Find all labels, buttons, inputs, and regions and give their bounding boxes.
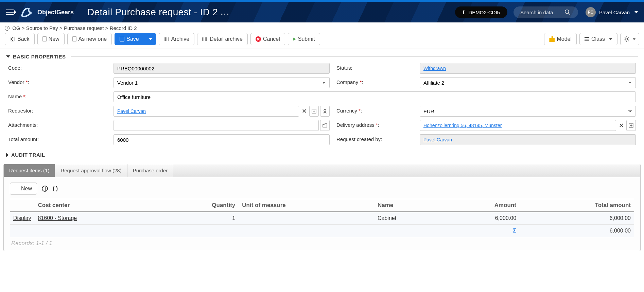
submit-button[interactable]: Submit — [288, 33, 320, 45]
browse-attachment[interactable] — [320, 120, 330, 131]
add-delivery[interactable] — [626, 120, 636, 131]
settings-button[interactable] — [620, 33, 639, 45]
delivery-field[interactable]: Hohenzollernring 56, 48145, Münster — [420, 120, 616, 131]
new-button[interactable]: New — [37, 33, 65, 45]
svg-point-0 — [565, 10, 569, 14]
clear-delivery[interactable]: ✕ — [617, 120, 625, 131]
requestor-link[interactable]: Pavel Carvan — [117, 108, 146, 114]
cell-name: Cabinet — [374, 212, 443, 225]
chevron-down-icon — [633, 38, 636, 40]
back-icon — [10, 36, 15, 42]
gear-icon — [624, 36, 629, 42]
hamburger-icon — [6, 10, 14, 15]
chevron-down-icon — [149, 38, 152, 40]
search-input[interactable] — [520, 10, 564, 15]
name-field[interactable] — [114, 91, 636, 102]
add-icon[interactable] — [42, 186, 48, 192]
chevron-down-icon — [609, 38, 612, 40]
power-icon — [5, 26, 10, 31]
section-basic-header[interactable]: BASIC PROPERTIES — [6, 54, 638, 59]
section-basic: BASIC PROPERTIES Code: Status: Withdrawn… — [0, 49, 644, 147]
menu-toggle[interactable] — [6, 10, 16, 15]
detail-tabs: Request items (1) Request approval flow … — [3, 164, 641, 251]
chevron-down-icon — [634, 11, 638, 13]
new-item-button[interactable]: New — [10, 183, 37, 195]
chevron-down-icon — [6, 55, 10, 58]
col-quantity[interactable]: Quantity — [157, 199, 239, 212]
tab-request-items[interactable]: Request items (1) — [4, 164, 55, 177]
svg-line-8 — [625, 37, 625, 38]
search-icon — [564, 9, 571, 15]
app-header: ObjectGears Detail Purchase request - ID… — [0, 0, 644, 22]
cost-center-link[interactable]: 81600 - Storage — [38, 215, 77, 221]
table-header-row: Cost center Quantity Unit of measure Nam… — [10, 199, 634, 212]
logo-icon — [20, 5, 35, 19]
company-select[interactable]: Affiliate 2 — [420, 77, 636, 88]
bc-record[interactable]: Record ID 2 — [110, 25, 137, 31]
status-field: Withdrawn — [420, 63, 636, 74]
detail-archive-button[interactable]: Detail archive — [197, 33, 248, 45]
items-table: Cost center Quantity Unit of measure Nam… — [10, 199, 634, 237]
status-link[interactable]: Withdrawn — [423, 66, 446, 71]
col-amount[interactable]: Amount — [443, 199, 520, 212]
code-field — [114, 63, 330, 74]
col-cost-center[interactable]: Cost center — [34, 199, 157, 212]
currency-select[interactable]: EUR — [420, 106, 636, 117]
tab-body: New ( ) Cost center Quantity Unit of mea… — [4, 177, 640, 251]
cancel-button[interactable]: Cancel — [250, 33, 285, 45]
user-name: Pavel Carvan — [599, 10, 630, 15]
col-uom[interactable]: Unit of measure — [239, 199, 374, 212]
back-button[interactable]: Back — [5, 33, 35, 45]
chevron-right-icon — [14, 10, 16, 14]
svg-point-15 — [324, 109, 326, 111]
bc-model[interactable]: Source to Pay — [26, 25, 58, 31]
user-menu[interactable]: PC Pavel Carvan — [586, 7, 638, 17]
tab-approval-flow[interactable]: Request approval flow (28) — [55, 164, 127, 177]
col-total[interactable]: Total amount — [520, 199, 634, 212]
table-row[interactable]: Display 81600 - Storage 1 Cabinet 6,000.… — [10, 212, 634, 225]
brand-logo[interactable]: ObjectGears — [20, 5, 74, 19]
more-dots-icon[interactable]: ... — [221, 7, 229, 17]
cancel-icon — [256, 36, 261, 42]
environment-badge[interactable]: i DEMO2-CDI5 — [455, 6, 507, 18]
bc-class[interactable]: Purchase request — [64, 25, 104, 31]
label-total: Total amount: — [8, 134, 107, 145]
col-name[interactable]: Name — [374, 199, 443, 212]
global-search[interactable] — [514, 6, 578, 18]
class-button[interactable]: Class — [579, 33, 617, 45]
section-audit-header[interactable]: AUDIT TRAIL — [6, 152, 638, 158]
total-field[interactable] — [114, 134, 330, 145]
record-count: Records: 1-1 / 1 — [10, 237, 634, 248]
page-icon — [72, 36, 76, 41]
label-code: Code: — [8, 63, 107, 74]
page-icon — [15, 186, 19, 191]
created-by-field: Pavel Carvan — [420, 134, 636, 145]
as-new-button[interactable]: As new one — [67, 33, 112, 45]
display-link[interactable]: Display — [13, 215, 31, 221]
label-status: Status: — [336, 63, 413, 74]
cell-uom — [239, 212, 374, 225]
created-by-link[interactable]: Pavel Carvan — [423, 137, 452, 142]
bc-root[interactable]: OG — [12, 25, 20, 31]
delivery-link[interactable]: Hohenzollernring 56, 48145, Münster — [423, 123, 502, 128]
puzzle-icon — [549, 36, 555, 42]
requestor-field[interactable]: Pavel Carvan — [114, 106, 299, 117]
label-attachments: Attachments: — [8, 120, 107, 131]
label-currency: Currency *: — [336, 106, 413, 117]
archive-button[interactable]: Archive — [159, 33, 194, 45]
brand-name: ObjectGears — [37, 9, 74, 16]
model-button[interactable]: Model — [544, 33, 577, 45]
action-toolbar: Back New As new one Save Archive Detail … — [0, 33, 644, 49]
add-requestor[interactable] — [309, 106, 319, 117]
attachments-field[interactable] — [114, 120, 319, 131]
tab-purchase-order[interactable]: Purchase order — [127, 164, 174, 177]
save-dropdown[interactable] — [144, 33, 156, 45]
cell-amount: 6,000.00 — [443, 212, 520, 225]
vendor-select[interactable]: Vendor 1 — [114, 77, 330, 88]
page-title: Detail Purchase request - ID 2 — [87, 7, 218, 18]
breadcrumb: OG > Source to Pay > Purchase request > … — [0, 22, 644, 33]
save-icon — [120, 37, 124, 41]
clear-requestor[interactable]: ✕ — [300, 106, 308, 117]
save-button[interactable]: Save — [115, 33, 143, 45]
pick-user[interactable] — [320, 106, 330, 117]
